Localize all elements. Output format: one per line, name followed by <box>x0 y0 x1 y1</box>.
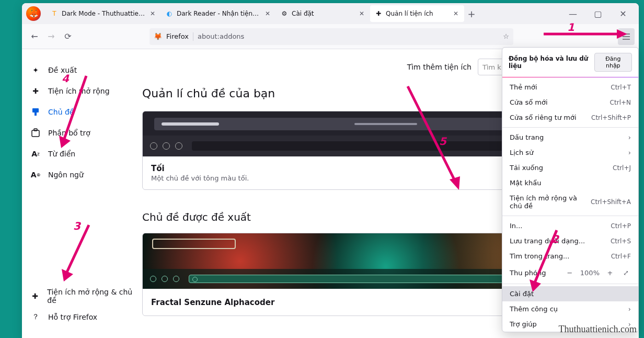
sidebar-dictionaries[interactable]: AᴢTừ điển <box>26 143 142 164</box>
tab-strip: 🦊 TDark Mode - Thuthuattienich.c✕ ◐Dark … <box>22 3 639 24</box>
sidebar-languages[interactable]: A⊕Ngôn ngữ <box>26 164 142 185</box>
annotation-number-4: 4 <box>62 72 69 85</box>
annotation-number-1: 1 <box>567 21 574 33</box>
new-tab-button[interactable]: + <box>464 6 479 21</box>
watermark: Thuthuattienich.com <box>559 324 637 335</box>
language-icon: A⊕ <box>30 170 41 180</box>
close-icon[interactable]: ✕ <box>358 9 366 18</box>
firefox-icon: 🦊 <box>154 32 162 40</box>
svg-rect-0 <box>32 108 39 112</box>
puzzle-icon: ✚ <box>30 291 40 301</box>
help-icon: ？ <box>30 312 41 322</box>
themes-heading: Quản lí chủ đề của bạn <box>142 87 275 100</box>
sidebar-support-link[interactable]: ？Hỗ trợ Firefox <box>26 307 136 328</box>
menu-more-tools[interactable]: Thêm công cụ› <box>502 301 638 317</box>
close-icon[interactable]: ✕ <box>452 9 460 18</box>
zoom-out-button[interactable]: − <box>565 267 575 278</box>
back-button[interactable]: ← <box>26 28 43 45</box>
svg-rect-1 <box>34 112 37 116</box>
maximize-button[interactable]: ▢ <box>586 5 610 22</box>
minimize-button[interactable]: — <box>561 5 584 22</box>
menu-history[interactable]: Lịch sử› <box>502 145 638 160</box>
svg-rect-2 <box>32 130 39 137</box>
close-window-button[interactable]: ✕ <box>612 5 635 22</box>
zoom-in-button[interactable]: + <box>605 267 615 278</box>
tab-3[interactable]: ⚙Cài đặt✕ <box>276 5 370 22</box>
menu-bookmarks[interactable]: Dấu trang› <box>502 130 638 145</box>
zoom-value: 100% <box>580 269 600 277</box>
forward-button[interactable]: → <box>43 28 60 45</box>
sidebar-themes[interactable]: Chủ đề <box>26 102 142 122</box>
menu-zoom-row: Thu phóng − 100% + ⤢ <box>502 264 638 281</box>
dictionary-icon: Aᴢ <box>30 149 41 159</box>
annotation-number-5: 5 <box>439 135 446 148</box>
puzzle-icon: ✚ <box>30 86 41 96</box>
menu-print[interactable]: In...Ctrl+P <box>502 218 638 233</box>
search-label: Tìm thêm tiện ích <box>407 63 472 71</box>
tab-2[interactable]: ◐Dark Reader - Nhận tiện ích mở✕ <box>161 5 276 22</box>
theme-name: Tối <box>151 164 249 173</box>
menu-downloads[interactable]: Tải xuốngCtrl+J <box>502 160 638 175</box>
brush-icon <box>30 107 41 117</box>
toolbar: ← → ⟳ 🦊 Firefox about:addons ☆ <box>22 24 639 49</box>
plugin-icon <box>30 128 41 138</box>
menu-settings[interactable]: Cài đặt <box>502 286 638 301</box>
app-menu-panel: Đồng bộ hóa và lưu dữ liệu Đăng nhập Thẻ… <box>502 47 639 332</box>
menu-private-window[interactable]: Cửa sổ riêng tư mớiCtrl+Shift+P <box>502 110 638 125</box>
recommended-theme-name: Fractal Senzune Alphacoder <box>151 298 274 307</box>
menu-new-tab[interactable]: Thẻ mớiCtrl+T <box>502 80 638 95</box>
sidebar-recommendations[interactable]: ✦Đề xuất <box>26 60 142 81</box>
tab-1[interactable]: TDark Mode - Thuthuattienich.c✕ <box>46 5 161 22</box>
bookmark-star-icon[interactable]: ☆ <box>503 32 509 40</box>
close-icon[interactable]: ✕ <box>148 9 157 18</box>
menu-sync-row: Đồng bộ hóa và lưu dữ liệu Đăng nhập <box>502 48 638 77</box>
annotation-number-3: 3 <box>73 220 80 232</box>
sidebar: ✦Đề xuất ✚Tiện ích mở rộng Chủ đề Phần b… <box>22 49 142 338</box>
annotation-number-2: 2 <box>551 233 559 245</box>
menu-passwords[interactable]: Mật khẩu <box>502 175 638 190</box>
reload-button[interactable]: ⟳ <box>60 28 76 45</box>
url-bar[interactable]: 🦊 Firefox about:addons ☆ <box>150 28 513 45</box>
tab-4[interactable]: ✚Quản lí tiện ích✕ <box>370 5 464 22</box>
sidebar-extensions[interactable]: ✚Tiện ích mở rộng <box>26 81 142 102</box>
fullscreen-button[interactable]: ⤢ <box>620 267 631 278</box>
sign-in-button[interactable]: Đăng nhập <box>594 53 632 72</box>
app-menu-button[interactable] <box>618 28 635 45</box>
close-icon[interactable]: ✕ <box>263 9 272 18</box>
menu-addons[interactable]: Tiện ích mở rộng và chủ đềCtrl+Shift+A <box>502 190 638 213</box>
menu-find[interactable]: Tìm trong trang...Ctrl+F <box>502 249 638 264</box>
sidebar-plugins[interactable]: Phần bổ trợ <box>26 122 142 143</box>
sidebar-ext-themes-link[interactable]: ✚Tiện ích mở rộng & chủ đề <box>26 286 136 307</box>
svg-rect-3 <box>34 129 37 131</box>
sparkle-icon: ✦ <box>30 65 41 75</box>
firefox-logo-icon: 🦊 <box>26 6 41 21</box>
menu-save-as[interactable]: Lưu trang dưới dạng...Ctrl+S <box>502 233 638 249</box>
menu-new-window[interactable]: Cửa sổ mớiCtrl+N <box>502 95 638 110</box>
theme-description: Một chủ đề với tông màu tối. <box>151 174 249 182</box>
